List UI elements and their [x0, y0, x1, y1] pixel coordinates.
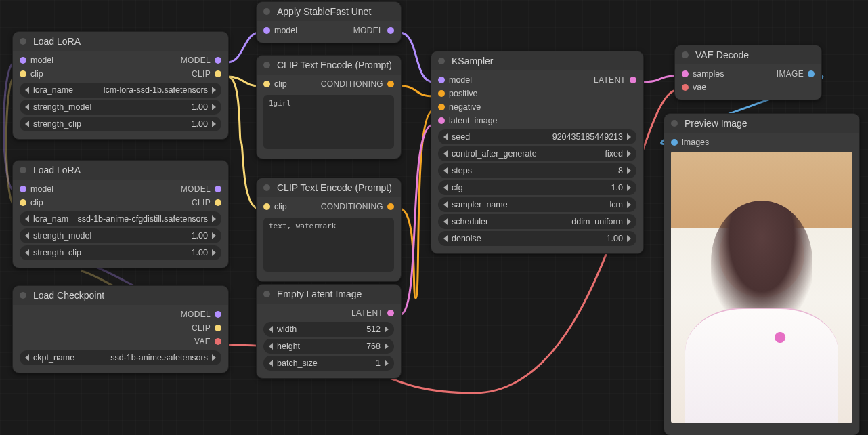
widget-seed[interactable]: seed920435185449213	[438, 129, 636, 144]
chevron-left-icon[interactable]	[443, 133, 448, 140]
widget-strength-clip[interactable]: strength_clip 1.00	[20, 117, 221, 131]
widget-cfg[interactable]: cfg1.0	[438, 180, 636, 195]
node-stablefast-unet[interactable]: Apply StableFast Unet model MODEL	[256, 1, 402, 43]
port-clip-out[interactable]	[215, 199, 221, 206]
chevron-left-icon[interactable]	[443, 218, 448, 225]
widget-width[interactable]: width512	[263, 322, 394, 337]
widget-height[interactable]: height768	[263, 339, 394, 354]
chevron-left-icon[interactable]	[25, 121, 29, 127]
collapse-dot-icon[interactable]	[263, 291, 270, 297]
node-header[interactable]: VAE Decode	[675, 45, 821, 64]
chevron-right-icon[interactable]	[212, 87, 216, 94]
chevron-right-icon[interactable]	[385, 326, 389, 333]
port-negative-in[interactable]	[438, 104, 445, 110]
chevron-left-icon[interactable]	[25, 104, 29, 110]
widget-lora-name[interactable]: lora_nam ssd-1b-anime-cfgdistill.safeten…	[20, 211, 221, 226]
chevron-left-icon[interactable]	[443, 201, 448, 208]
collapse-dot-icon[interactable]	[263, 184, 270, 191]
widget-strength-model[interactable]: strength_model 1.00	[20, 228, 221, 243]
chevron-left-icon[interactable]	[25, 215, 29, 222]
widget-control-after-generate[interactable]: control_after_generatefixed	[438, 146, 636, 161]
port-latent-out[interactable]	[630, 77, 636, 83]
widget-strength-clip[interactable]: strength_clip 1.00	[20, 245, 221, 260]
chevron-left-icon[interactable]	[443, 184, 448, 191]
node-load-checkpoint[interactable]: Load Checkpoint MODEL CLIP VAE ckpt_name…	[12, 285, 229, 373]
chevron-right-icon[interactable]	[627, 150, 631, 157]
port-clip-in[interactable]	[20, 199, 26, 206]
widget-ckpt-name[interactable]: ckpt_name ssd-1b-anime.safetensors	[20, 350, 221, 365]
port-vae-out[interactable]	[215, 338, 221, 345]
collapse-dot-icon[interactable]	[20, 167, 26, 173]
node-header[interactable]: Load LoRA	[13, 32, 228, 51]
port-images-in[interactable]	[671, 139, 678, 146]
node-preview-image[interactable]: Preview Image images	[664, 113, 860, 435]
chevron-right-icon[interactable]	[212, 249, 216, 256]
chevron-left-icon[interactable]	[269, 360, 273, 367]
collapse-dot-icon[interactable]	[20, 292, 26, 299]
node-header[interactable]: Preview Image	[664, 114, 859, 133]
chevron-right-icon[interactable]	[212, 121, 216, 127]
chevron-right-icon[interactable]	[627, 235, 631, 242]
port-vae-in[interactable]	[682, 84, 689, 91]
collapse-dot-icon[interactable]	[263, 8, 270, 15]
port-clip-out[interactable]	[215, 325, 221, 331]
node-empty-latent[interactable]: Empty Latent Image LATENT width512 heigh…	[256, 284, 402, 379]
chevron-left-icon[interactable]	[25, 249, 29, 256]
chevron-left-icon[interactable]	[443, 167, 448, 174]
widget-lora-name[interactable]: lora_name lcm-lora-ssd-1b.safetensors	[20, 83, 221, 98]
node-load-lora-2[interactable]: Load LoRA model MODEL clip CLIP lora_nam…	[12, 160, 229, 268]
chevron-right-icon[interactable]	[212, 354, 216, 361]
node-load-lora-1[interactable]: Load LoRA model MODEL clip CLIP lora_nam…	[12, 31, 229, 140]
node-header[interactable]: Load LoRA	[13, 161, 228, 180]
port-clip-in[interactable]	[263, 81, 270, 87]
port-model-in[interactable]	[438, 77, 445, 83]
node-header[interactable]: CLIP Text Encode (Prompt)	[257, 56, 401, 75]
collapse-dot-icon[interactable]	[263, 62, 270, 68]
prompt-text-input[interactable]: text, watermark	[263, 218, 394, 272]
chevron-left-icon[interactable]	[443, 150, 448, 157]
chevron-right-icon[interactable]	[627, 201, 631, 208]
chevron-left-icon[interactable]	[269, 326, 273, 333]
chevron-right-icon[interactable]	[627, 167, 631, 174]
chevron-right-icon[interactable]	[212, 215, 216, 222]
node-header[interactable]: Empty Latent Image	[257, 285, 401, 304]
chevron-right-icon[interactable]	[212, 104, 216, 110]
widget-steps[interactable]: steps8	[438, 163, 636, 178]
collapse-dot-icon[interactable]	[20, 38, 26, 45]
chevron-right-icon[interactable]	[627, 218, 631, 225]
widget-sampler-name[interactable]: sampler_namelcm	[438, 197, 636, 212]
node-clip-text-positive[interactable]: CLIP Text Encode (Prompt) clip CONDITION…	[256, 55, 402, 159]
node-ksampler[interactable]: KSampler model LATENT positive negative …	[431, 51, 644, 254]
widget-scheduler[interactable]: schedulerddim_uniform	[438, 214, 636, 229]
port-latent-out[interactable]	[387, 310, 394, 316]
port-samples-in[interactable]	[682, 70, 689, 77]
port-clip-out[interactable]	[215, 70, 221, 77]
prompt-text-input[interactable]: 1girl	[263, 95, 394, 149]
collapse-dot-icon[interactable]	[671, 120, 678, 127]
port-clip-in[interactable]	[20, 70, 26, 77]
port-model-in[interactable]	[20, 57, 26, 64]
collapse-dot-icon[interactable]	[438, 58, 445, 64]
port-clip-in[interactable]	[263, 203, 270, 210]
port-image-out[interactable]	[808, 70, 815, 77]
node-header[interactable]: KSampler	[431, 51, 643, 70]
port-latent-in[interactable]	[438, 117, 445, 124]
node-header[interactable]: CLIP Text Encode (Prompt)	[257, 178, 401, 197]
chevron-left-icon[interactable]	[443, 235, 448, 242]
widget-strength-model[interactable]: strength_model 1.00	[20, 100, 221, 115]
chevron-right-icon[interactable]	[385, 360, 389, 367]
port-model-out[interactable]	[215, 57, 221, 64]
port-model-in[interactable]	[20, 186, 26, 192]
port-model-out[interactable]	[215, 311, 221, 318]
chevron-right-icon[interactable]	[627, 133, 631, 140]
chevron-left-icon[interactable]	[25, 87, 29, 94]
port-conditioning-out[interactable]	[387, 81, 394, 87]
chevron-left-icon[interactable]	[269, 343, 273, 350]
port-conditioning-out[interactable]	[387, 203, 394, 210]
widget-denoise[interactable]: denoise1.00	[438, 231, 636, 246]
port-model-in[interactable]	[263, 27, 270, 34]
chevron-right-icon[interactable]	[212, 232, 216, 239]
chevron-right-icon[interactable]	[627, 184, 631, 191]
widget-batch-size[interactable]: batch_size1	[263, 356, 394, 371]
chevron-left-icon[interactable]	[25, 232, 29, 239]
